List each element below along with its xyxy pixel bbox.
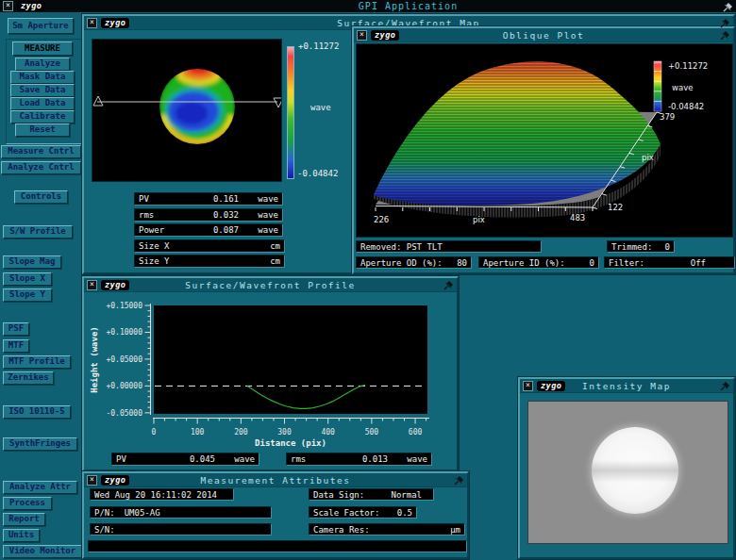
- colorbar-max: +0.11272: [668, 61, 708, 71]
- sidebar-item-measure-cntrl[interactable]: Measure Cntrl: [1, 145, 81, 158]
- sidebar-item-mask-data[interactable]: Mask Data: [10, 71, 75, 84]
- x-axis-min: 226: [374, 215, 389, 224]
- sidebar-item-mtf[interactable]: MTF: [3, 339, 29, 353]
- camera-res-field[interactable]: Camera Res: µm: [309, 523, 465, 535]
- data-sign-value: Normal: [391, 490, 422, 500]
- scale-factor-field[interactable]: Scale Factor: 0.5: [309, 506, 417, 519]
- slice-handle-right: [274, 98, 281, 107]
- attributes-titlebar[interactable]: × zygo Measurement Attributes: [84, 473, 467, 487]
- pin-icon[interactable]: [454, 475, 464, 486]
- pin-icon[interactable]: [720, 18, 730, 28]
- svg-text:+0.00000: +0.00000: [106, 382, 142, 390]
- x-axis-label: pix: [473, 215, 485, 224]
- pin-icon[interactable]: [723, 2, 733, 12]
- sidebar-item-calibrate[interactable]: Calibrate: [10, 110, 75, 124]
- stat-label: Size Y: [139, 256, 193, 266]
- filter-label: Filter:: [609, 258, 691, 268]
- camera-res-label: Camera Res:: [313, 525, 450, 535]
- svg-text:+0.10000: +0.10000: [106, 328, 142, 337]
- svg-text:100: 100: [191, 428, 205, 436]
- window-title: Oblique Plot: [354, 30, 733, 41]
- oblique-titlebar[interactable]: × zygo Oblique Plot: [354, 28, 733, 42]
- stat-unit: cm: [252, 256, 280, 266]
- svg-text:0: 0: [152, 428, 157, 436]
- sidebar-item-controls[interactable]: Controls: [14, 190, 68, 204]
- sidebar-item-analyze-cntrl[interactable]: Analyze Cntrl: [1, 161, 81, 174]
- window-title: Surface/Wavefront Profile: [84, 280, 457, 290]
- stat-label: Size X: [139, 241, 193, 251]
- sidebar-item-slope-x[interactable]: Slope X: [3, 272, 52, 286]
- sidebar-item-sm-aperture[interactable]: Sm Aperture: [8, 18, 74, 34]
- trimmed-field: Trimmed: 0: [607, 240, 675, 253]
- depth-axis-max: 379: [660, 112, 675, 122]
- stat-unit: wave: [250, 225, 278, 235]
- sidebar-item-save-data[interactable]: Save Data: [10, 84, 75, 97]
- sidebar-item-measure[interactable]: MEASURE: [12, 41, 73, 56]
- stat-label: PV: [139, 194, 192, 204]
- sidebar-item-iso-10110-5[interactable]: ISO 10110-5: [3, 405, 71, 419]
- part-number-field[interactable]: P/N: UM05-AG: [90, 506, 272, 519]
- sidebar-item-analyze-attr[interactable]: Analyze Attr: [3, 481, 77, 494]
- sidebar-item-video-monitor[interactable]: Video Monitor: [3, 545, 82, 558]
- intensity-titlebar[interactable]: × zygo Intensity Map: [520, 379, 733, 393]
- svg-text:500: 500: [365, 428, 379, 436]
- sidebar: Sm Aperture MEASURE Analyze Mask Data Sa…: [0, 12, 82, 560]
- pin-icon[interactable]: [443, 280, 454, 290]
- svg-text:400: 400: [321, 428, 335, 436]
- pin-icon[interactable]: [720, 30, 730, 41]
- oblique-plot-window: × zygo Oblique Plot: [352, 26, 735, 274]
- stat-label: Power: [139, 225, 192, 235]
- comment-field[interactable]: [88, 540, 467, 552]
- aperture-od-field[interactable]: Aperture OD (%): 80: [356, 256, 472, 269]
- data-sign-label: Data Sign:: [313, 490, 391, 500]
- sidebar-item-load-data[interactable]: Load Data: [10, 97, 75, 110]
- sidebar-item-process[interactable]: Process: [3, 497, 52, 510]
- sidebar-item-mtf-profile[interactable]: MTF Profile: [3, 355, 71, 369]
- depth-axis-label: pix: [642, 153, 654, 162]
- close-icon[interactable]: ×: [87, 280, 97, 290]
- serial-number-field[interactable]: S/N:: [90, 523, 272, 535]
- close-icon[interactable]: ×: [87, 18, 97, 28]
- close-icon[interactable]: ×: [357, 30, 367, 41]
- stat-size-y: Size Y cm: [134, 255, 285, 268]
- stat-unit: cm: [252, 241, 280, 251]
- app-titlebar[interactable]: × zygo GPI Application: [0, 0, 736, 12]
- sidebar-item-units[interactable]: Units: [3, 529, 40, 542]
- sidebar-item-slope-mag[interactable]: Slope Mag: [3, 255, 61, 269]
- stat-value: 0.087: [192, 225, 239, 235]
- zygo-logo: zygo: [101, 18, 129, 28]
- close-icon[interactable]: ×: [523, 381, 533, 391]
- gpi-application: { "app": { "title": "GPI Application", "…: [0, 0, 736, 560]
- sidebar-item-slope-y[interactable]: Slope Y: [3, 288, 52, 302]
- trimmed-value: 0: [665, 242, 670, 252]
- stat-label: rms: [139, 210, 192, 220]
- sidebar-item-psf[interactable]: PSF: [3, 322, 29, 336]
- sidebar-item-analyze[interactable]: Analyze: [15, 58, 70, 71]
- filter-field[interactable]: Filter: Off: [604, 256, 735, 269]
- stat-value: 0.032: [192, 210, 239, 220]
- sidebar-item-report[interactable]: Report: [3, 513, 45, 526]
- aperture-id-field[interactable]: Aperture ID (%): 0: [478, 256, 599, 269]
- oblique-3d-surface: +0.11272 wave -0.04842 379 pix 122 226 p…: [357, 44, 732, 237]
- stat-pv: PV 0.161 wave: [134, 192, 283, 206]
- colorbar-unit: wave: [672, 83, 693, 92]
- stat-unit: wave: [250, 210, 278, 220]
- intensity-map-window: × zygo Intensity Map: [518, 377, 735, 559]
- colorbar: [654, 61, 661, 111]
- sidebar-item-zernikes[interactable]: Zernikes: [3, 371, 54, 385]
- timestamp-field: Wed Aug 20 16:11:02 2014: [90, 488, 234, 501]
- sidebar-item-synthfringes[interactable]: SynthFringes: [3, 437, 77, 451]
- profile-chart: +0.15000+0.10000+0.05000+0.00000-0.05000…: [84, 293, 457, 449]
- sidebar-item-reset[interactable]: Reset: [15, 124, 70, 137]
- sidebar-item-sw-profile[interactable]: S/W Profile: [3, 225, 73, 239]
- pin-icon[interactable]: [720, 381, 730, 391]
- zygo-logo: zygo: [101, 475, 129, 486]
- stat-unit: wave: [250, 194, 278, 204]
- surface-map-plot: [92, 39, 282, 182]
- close-icon[interactable]: ×: [87, 475, 97, 486]
- data-sign-field[interactable]: Data Sign: Normal: [309, 488, 434, 501]
- svg-text:+0.05000: +0.05000: [106, 355, 142, 364]
- profile-titlebar[interactable]: × zygo Surface/Wavefront Profile: [84, 278, 457, 292]
- svg-text:600: 600: [409, 428, 423, 436]
- app-close-icon[interactable]: ×: [3, 1, 13, 11]
